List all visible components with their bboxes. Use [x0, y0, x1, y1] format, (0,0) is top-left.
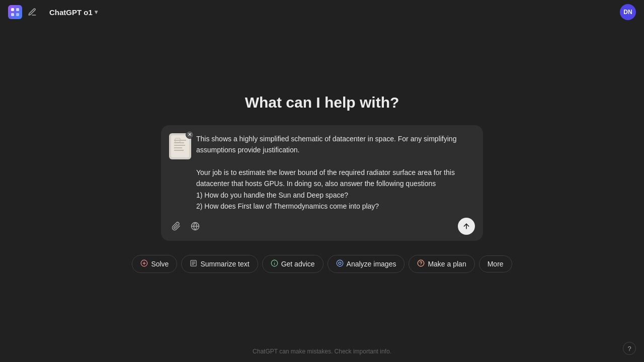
more-button[interactable]: More [479, 255, 512, 273]
svg-rect-2 [11, 13, 14, 16]
svg-rect-3 [16, 13, 19, 16]
attach-icon[interactable] [169, 219, 183, 233]
globe-icon[interactable] [188, 219, 202, 233]
get-advice-button[interactable]: Get advice [262, 255, 324, 273]
footer-disclaimer: ChatGPT can make mistakes. Check importa… [253, 348, 391, 355]
input-line1: This shows a highly simplified schematic… [196, 133, 475, 156]
analyze-images-button[interactable]: Analyze images [328, 255, 405, 273]
header: ChatGPT o1 ▾ DN [0, 0, 644, 24]
make-plan-button[interactable]: Make a plan [409, 255, 474, 273]
header-logo [8, 5, 39, 19]
logo-icon [8, 5, 22, 19]
input-container: ✕ This shows a highly simplified schemat… [161, 125, 483, 241]
close-attachment-button[interactable]: ✕ [186, 131, 194, 139]
header-left: ChatGPT o1 ▾ [8, 5, 102, 19]
summarize-label: Summarize text [200, 260, 249, 268]
toolbar-left [169, 219, 202, 233]
input-line2: Your job is to estimate the lower bound … [196, 167, 475, 190]
solve-icon [140, 259, 148, 268]
summarize-button[interactable]: Summarize text [181, 255, 258, 273]
analyze-images-icon [336, 259, 344, 268]
attachment-thumb: ✕ [169, 133, 191, 159]
footer: ChatGPT can make mistakes. Check importa… [0, 343, 644, 362]
svg-point-23 [339, 262, 341, 264]
analyze-images-label: Analyze images [347, 260, 396, 268]
help-icon: ? [627, 345, 631, 352]
make-plan-label: Make a plan [428, 260, 466, 268]
make-plan-icon [417, 259, 425, 268]
model-name: ChatGPT o1 [49, 8, 93, 17]
input-toolbar [169, 218, 475, 235]
new-chat-icon[interactable] [25, 5, 39, 19]
svg-rect-1 [16, 8, 19, 11]
page-title: What can I help with? [245, 94, 399, 111]
solve-button[interactable]: Solve [132, 255, 177, 273]
svg-point-22 [337, 260, 343, 267]
send-button[interactable] [458, 218, 475, 235]
solve-label: Solve [151, 260, 169, 268]
input-line4: 2) How does First law of Thermodynamics … [196, 201, 475, 212]
chevron-down-icon: ▾ [95, 9, 98, 16]
quick-actions: Solve Summarize text [132, 255, 512, 273]
model-selector[interactable]: ChatGPT o1 ▾ [45, 6, 102, 19]
attachment-area: ✕ This shows a highly simplified schemat… [169, 133, 475, 212]
more-label: More [488, 260, 504, 268]
input-line3: 1) How do you handle the Sun and Deep sp… [196, 190, 475, 201]
svg-rect-0 [11, 8, 14, 11]
header-right: DN [620, 4, 636, 20]
summarize-icon [190, 259, 197, 268]
get-advice-icon [271, 259, 278, 268]
help-button[interactable]: ? [623, 342, 636, 355]
main-content: What can I help with? ✕ [0, 24, 644, 343]
get-advice-label: Get advice [281, 260, 315, 268]
avatar[interactable]: DN [620, 4, 636, 20]
input-text: This shows a highly simplified schematic… [196, 133, 475, 212]
